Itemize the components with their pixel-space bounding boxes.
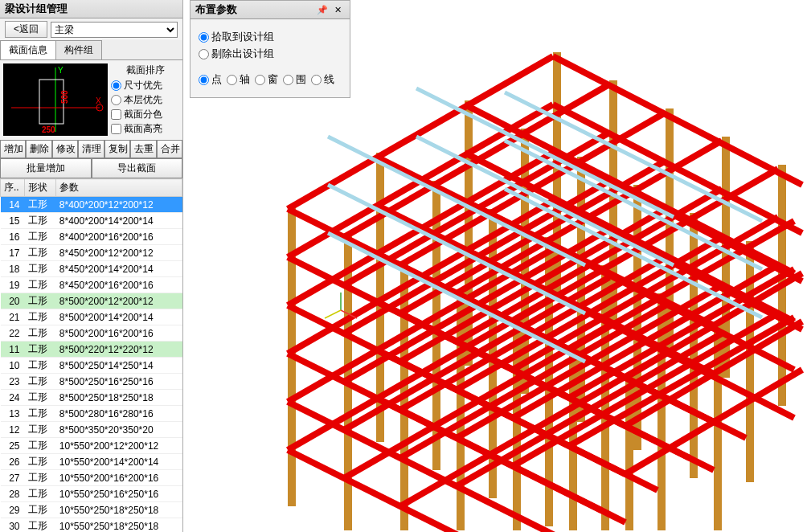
table-row[interactable]: 30工形10*550*250*18*250*18: [1, 518, 182, 533]
mode-window[interactable]: 窗: [255, 72, 278, 87]
check-highlight-section[interactable]: 截面高亮: [111, 122, 179, 136]
table-row[interactable]: 19工形8*450*200*16*200*16: [1, 277, 182, 293]
svg-line-35: [325, 310, 341, 318]
export-button[interactable]: 导出截面: [92, 158, 183, 178]
col-idx[interactable]: 序..: [1, 179, 25, 197]
add-button[interactable]: 增加: [0, 140, 26, 158]
table-row[interactable]: 29工形10*550*250*18*250*18: [1, 502, 182, 518]
merge-button[interactable]: 合并: [157, 140, 182, 158]
sort-options: 截面排序 尺寸优先 本层优先 截面分色 截面高亮: [111, 63, 179, 137]
mode-axis[interactable]: 轴: [227, 72, 250, 87]
svg-text:X: X: [96, 96, 101, 105]
table-row[interactable]: 15工形8*400*200*14*200*14: [1, 213, 182, 229]
svg-text:500: 500: [60, 90, 69, 104]
sort-title: 截面排序: [111, 63, 179, 77]
table-row[interactable]: 16工形8*400*200*16*200*16: [1, 229, 182, 245]
dedup-button[interactable]: 去重: [130, 140, 156, 158]
sort-floor-first[interactable]: 本层优先: [111, 93, 179, 107]
opt-remove-from-group[interactable]: 剔除出设计组: [199, 47, 342, 61]
copy-button[interactable]: 复制: [104, 140, 130, 158]
table-row[interactable]: 21工形8*500*200*14*200*14: [1, 309, 182, 325]
tab-section-info[interactable]: 截面信息: [0, 40, 56, 59]
modify-button[interactable]: 修改: [52, 140, 78, 158]
clear-button[interactable]: 清理: [78, 140, 104, 158]
batch-add-button[interactable]: 批量增加: [0, 158, 92, 178]
col-shape[interactable]: 形状: [25, 179, 56, 197]
col-params[interactable]: 参数: [56, 179, 182, 197]
panel-title: 梁设计组管理: [0, 0, 182, 18]
back-button[interactable]: <返回: [5, 21, 47, 38]
table-row[interactable]: 13工形8*500*280*16*280*16: [1, 406, 182, 422]
svg-text:Y: Y: [58, 66, 63, 75]
tab-member-group[interactable]: 构件组: [55, 40, 102, 59]
table-row[interactable]: 22工形8*500*200*16*200*16: [1, 325, 182, 342]
layout-options-panel: 布置参数 📌 ✕ 拾取到设计组 剔除出设计组 点 轴 窗 围 线: [190, 0, 350, 98]
pin-icon[interactable]: 📌: [313, 5, 331, 15]
table-row[interactable]: 28工形10*550*250*16*250*16: [1, 486, 182, 502]
sort-size-first[interactable]: 尺寸优先: [111, 79, 179, 92]
mode-enclose[interactable]: 围: [283, 72, 306, 87]
opt-pick-to-group[interactable]: 拾取到设计组: [199, 30, 342, 44]
table-row[interactable]: 26工形10*550*200*14*200*14: [1, 454, 182, 470]
close-icon[interactable]: ✕: [331, 5, 345, 15]
section-preview: Y X 250 500: [3, 63, 108, 136]
table-row[interactable]: 10工形8*500*250*14*250*14: [1, 358, 182, 374]
table-row[interactable]: 11工形8*500*220*12*220*12: [1, 342, 182, 358]
table-row[interactable]: 23工形8*500*250*16*250*16: [1, 374, 182, 390]
table-row[interactable]: 18工形8*450*200*14*200*14: [1, 261, 182, 277]
mode-line[interactable]: 线: [311, 72, 334, 87]
table-row[interactable]: 20工形8*500*200*12*200*12: [1, 293, 182, 309]
table-row[interactable]: 14工形8*400*200*12*200*12: [1, 197, 182, 213]
table-row[interactable]: 25工形10*550*200*12*200*12: [1, 438, 182, 454]
table-row[interactable]: 24工形8*500*250*18*250*18: [1, 390, 182, 406]
beam-type-select[interactable]: 主梁: [51, 22, 178, 38]
svg-text:250: 250: [42, 125, 55, 134]
delete-button[interactable]: 删除: [26, 140, 51, 158]
left-panel: 梁设计组管理 <返回 主梁 截面信息 构件组 Y X 250 500 截面排序 …: [0, 0, 183, 532]
table-row[interactable]: 27工形10*550*200*16*200*16: [1, 470, 182, 486]
opt-title: 布置参数: [195, 2, 313, 17]
check-color-by-section[interactable]: 截面分色: [111, 108, 179, 121]
mode-point[interactable]: 点: [199, 72, 222, 87]
table-row[interactable]: 12工形8*500*350*20*350*20: [1, 422, 182, 438]
table-row[interactable]: 17工形8*450*200*12*200*12: [1, 245, 182, 261]
section-table[interactable]: 序.. 形状 参数 14工形8*400*200*12*200*1215工形8*4…: [0, 178, 182, 532]
